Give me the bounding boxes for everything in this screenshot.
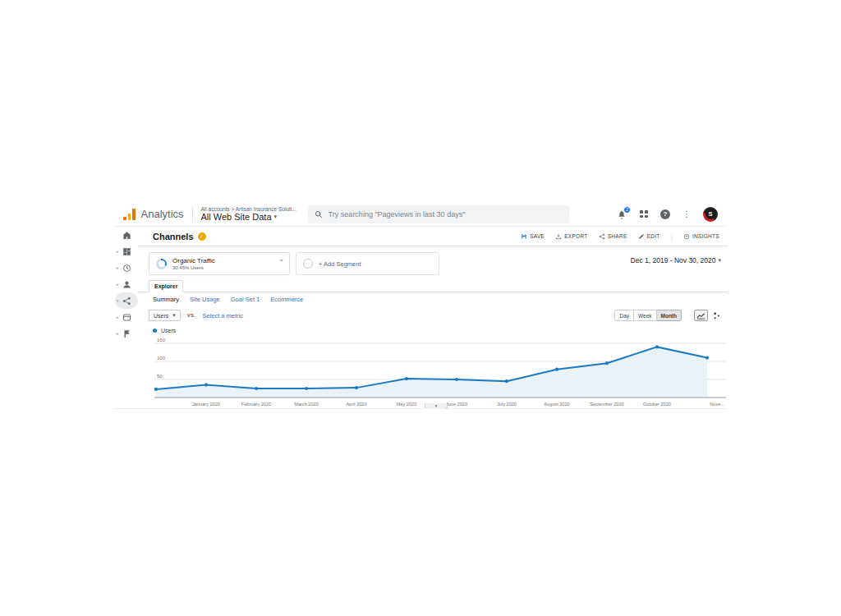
share-icon [599,233,605,240]
chart-legend: Users [138,324,728,336]
subtab-summary[interactable]: Summary [153,296,179,303]
users-line-chart: 50100150January 2020February 2020March 2… [154,338,726,409]
collapse-arrow-icon: ▾ [117,298,119,303]
sidebar-item-conversions[interactable]: ▸ [115,325,138,342]
expand-arrow-icon: ▸ [117,249,119,254]
svg-text:50: 50 [157,374,163,379]
chevron-down-icon: ▾ [274,214,278,220]
segment-name: Organic Traffic [172,257,215,265]
chevron-down-icon: ▾ [718,257,721,264]
audience-person-icon [122,280,131,289]
svg-text:January 2020: January 2020 [192,402,220,407]
explorer-tab-strip: Explorer [138,279,728,292]
customization-icon [122,247,131,256]
svg-text:100: 100 [157,356,166,361]
page-title: Channels [153,232,194,241]
save-icon [521,233,527,240]
expand-arrow-icon: ▸ [117,282,119,287]
notification-count-badge: 2 [623,206,631,214]
search-input[interactable] [329,210,563,218]
segment-row: Organic Traffic 30.45% Users ⌄ + Add Seg… [138,246,728,279]
svg-text:150: 150 [157,338,166,342]
granularity-month-button[interactable]: Month [657,310,682,321]
subtab-ecommerce[interactable]: Ecommerce [270,296,303,303]
more-options-icon[interactable]: ⋮ [682,210,691,218]
notifications-button[interactable]: 2 [617,209,627,220]
svg-text:May 2020: May 2020 [397,402,417,407]
svg-text:October 2020: October 2020 [643,402,671,407]
granularity-week-button[interactable]: Week [634,310,657,321]
content-bottom-edge [115,408,728,409]
segment-detail: 30.45% Users [172,265,215,270]
metric-toolbar: Users ▾ VS. Select a metric Day Week Mon… [138,306,728,324]
search-bar[interactable] [308,205,569,223]
sidebar-item-realtime[interactable]: ▸ [115,260,138,276]
select-metric-link[interactable]: Select a metric [202,312,243,319]
property-title[interactable]: All Web Site Data [201,212,272,222]
line-chart-type-button[interactable] [694,310,708,321]
google-apps-icon[interactable] [640,210,648,218]
date-range-value: Dec 1, 2019 - Nov 30, 2020 [631,256,716,264]
header-divider [192,206,193,223]
report-title-bar: Channels ✓ SAVE EXPORT SHARE EDIT [138,227,728,246]
edit-button[interactable]: EDIT [638,233,660,240]
subtab-goal-set-1[interactable]: Goal Set 1 [231,296,260,303]
svg-text:April 2020: April 2020 [346,402,366,407]
add-segment-label: + Add Segment [319,260,361,268]
tab-explorer[interactable]: Explorer [149,280,183,292]
conversions-flag-icon [122,329,131,338]
edit-pencil-icon [638,233,645,240]
sidebar-item-behavior[interactable]: ▸ [115,309,138,325]
sidebar-item-audience[interactable]: ▸ [115,276,138,292]
help-icon[interactable]: ? [660,209,670,219]
share-button[interactable]: SHARE [599,233,627,240]
svg-text:February 2020: February 2020 [241,402,271,407]
save-button[interactable]: SAVE [521,233,545,240]
analytics-logo-icon[interactable] [123,209,136,220]
segment-card-organic-traffic[interactable]: Organic Traffic 30.45% Users ⌄ [149,252,290,275]
motion-chart-button[interactable] [712,311,721,320]
legend-swatch [153,329,157,333]
sidebar-item-home[interactable] [115,227,138,243]
insights-button[interactable]: INSIGHTS [683,233,719,240]
add-segment-circle-icon [303,259,313,269]
vs-label: VS. [187,313,196,318]
subtab-site-usage[interactable]: Site Usage [190,296,220,303]
add-segment-button[interactable]: + Add Segment [296,252,439,275]
sidebar-nav: ▸ ▸ ▸ ▾ ▸ ▸ [115,227,138,409]
svg-text:June 2020: June 2020 [446,402,467,407]
top-app-bar: Analytics All accounts > Artisan Insuran… [115,202,728,227]
chevron-down-icon: ▾ [172,312,176,319]
realtime-clock-icon [122,264,131,273]
chevron-down-icon[interactable]: ⌄ [278,255,284,263]
motion-chart-icon [712,311,721,320]
actions-divider: | [671,232,673,241]
home-icon [122,231,131,240]
insights-icon [683,233,690,240]
date-range-selector[interactable]: Dec 1, 2019 - Nov 30, 2020 ▾ [631,256,721,264]
expand-arrow-icon: ▸ [117,265,119,270]
granularity-day-button[interactable]: Day [614,310,634,321]
behavior-window-icon [122,313,131,322]
product-name: Analytics [141,208,184,220]
sidebar-item-customization[interactable]: ▸ [115,243,138,260]
legend-label: Users [161,328,176,333]
verified-badge-icon: ✓ [198,232,206,241]
svg-text:July 2020: July 2020 [497,402,517,407]
svg-text:Nove...: Nove... [710,402,724,407]
export-icon [555,233,562,240]
export-button[interactable]: EXPORT [555,233,587,240]
expand-arrow-icon: ▸ [117,315,119,319]
svg-text:September 2020: September 2020 [590,402,623,407]
search-icon [315,210,323,218]
svg-text:August 2020: August 2020 [544,402,569,407]
sidebar-item-acquisition[interactable]: ▾ [115,292,138,309]
expand-arrow-icon: ▸ [117,331,119,336]
subtab-strip: Summary Site Usage Goal Set 1 Ecommerce [138,292,728,306]
avatar[interactable]: S [703,207,718,222]
breadcrumb[interactable]: All accounts > Artisan Insurance Soluti.… [201,206,296,212]
metric-dropdown-value: Users [154,313,168,319]
account-switcher[interactable]: All accounts > Artisan Insurance Soluti.… [201,206,296,222]
metric-dropdown[interactable]: Users ▾ [149,310,181,321]
granularity-toggle: Day Week Month [614,310,682,321]
